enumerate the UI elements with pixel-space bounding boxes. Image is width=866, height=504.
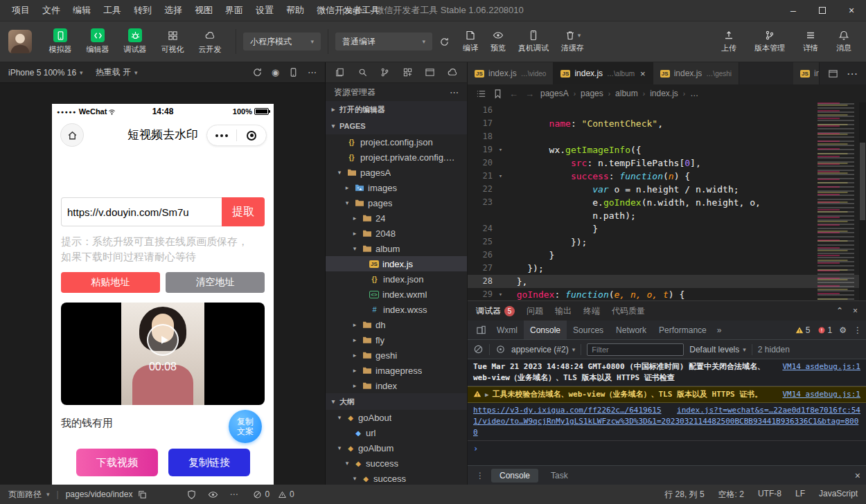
video-url-input[interactable]: https://v.douyin.com/Sm7u (61, 197, 222, 226)
error-count[interactable]: 1 (818, 325, 833, 335)
toolbar-editor-button[interactable]: 编辑器 (79, 28, 116, 55)
cloud-sync-icon[interactable] (448, 67, 458, 78)
toolbar-preview-button[interactable]: 预览 (484, 30, 512, 53)
more-icon[interactable]: ⋯ (847, 67, 858, 80)
panel-tab[interactable]: 代码质量 (612, 305, 645, 317)
toolbar-compile-button[interactable]: 编译 (457, 30, 484, 53)
breadcrumb-item[interactable]: index.js (650, 89, 678, 98)
outline-item[interactable]: ▾◆goAlbum (326, 440, 467, 456)
device-toolbar-icon[interactable] (472, 325, 491, 335)
console-source-link[interactable]: VM14 asdebug.js:1 (782, 361, 860, 372)
paste-address-button[interactable]: 粘贴地址 (61, 272, 160, 293)
tree-item[interactable]: <>index.wxml (326, 287, 467, 302)
close-button[interactable]: × (837, 0, 866, 21)
tree-item[interactable]: ▾pagesA (326, 165, 467, 180)
eol[interactable]: LF (795, 489, 805, 501)
play-button[interactable] (147, 324, 179, 356)
tree-item[interactable]: ▾album (326, 241, 467, 256)
capsule-more-button[interactable] (207, 134, 236, 137)
tree-item[interactable]: ▸fly (326, 332, 467, 348)
project-section[interactable]: ▾ PAGES (326, 118, 467, 134)
cursor-position[interactable]: 行 28, 列 5 (664, 489, 704, 501)
scrollbar-thumb[interactable] (860, 143, 865, 220)
close-icon[interactable]: × (853, 306, 858, 316)
hot-reload-toggle[interactable]: 热重载 开▾ (96, 66, 138, 78)
menu-item[interactable]: 帮助 (280, 0, 310, 21)
editor-tab[interactable]: JSindex.js…\video (468, 62, 554, 84)
fold-icon[interactable]: ▾ (495, 143, 506, 156)
maximize-button[interactable] (808, 0, 837, 21)
split-editor-icon[interactable] (828, 69, 838, 79)
tree-item[interactable]: ▸geshi (326, 348, 467, 363)
tree-item[interactable]: ▸index (326, 378, 467, 393)
panel-tab[interactable]: 调试器5 (476, 305, 515, 317)
toolbar-details-button[interactable]: 详情 (797, 30, 824, 53)
more-icon[interactable]: ⋯ (308, 67, 317, 78)
panel-tab[interactable]: 输出 (555, 305, 572, 317)
back-icon[interactable]: ← (509, 89, 518, 99)
hidden-messages-label[interactable]: 2 hidden (758, 345, 790, 354)
console-filter-input[interactable] (587, 343, 684, 356)
tree-item[interactable]: ▸24 (326, 210, 467, 226)
outline-section[interactable]: ▾ 大纲 (326, 393, 467, 410)
language-mode[interactable]: JavaScript (819, 489, 858, 501)
copy-caption-button[interactable]: 复制 文案 (229, 410, 262, 443)
tree-item[interactable]: #index.wxss (326, 302, 467, 317)
console-prompt[interactable]: › (468, 441, 866, 457)
panel-tab[interactable]: 问题 (527, 305, 543, 317)
minimize-button[interactable]: – (779, 0, 808, 21)
eye-icon[interactable] (208, 489, 218, 500)
video-player[interactable]: 00:08 (61, 303, 265, 405)
tree-item[interactable]: ▸2048 (326, 226, 467, 241)
extract-button[interactable]: 提取 (222, 197, 265, 226)
search-icon[interactable] (357, 67, 368, 78)
home-button[interactable] (60, 123, 84, 147)
mode-select[interactable]: 小程序模式▾ (243, 33, 321, 51)
context-select[interactable]: appservice (#2)▾ (511, 345, 575, 354)
toolbar-simulator-button[interactable]: 模拟器 (42, 28, 79, 55)
clear-address-button[interactable]: 清空地址 (166, 272, 265, 293)
forward-icon[interactable]: → (525, 89, 534, 99)
settings-gear-icon[interactable]: ⚙ (839, 325, 847, 335)
problem-counts[interactable]: 0 0 (253, 489, 294, 499)
console-source-link[interactable]: VM14 asdebug.js:1 (782, 389, 860, 400)
device-select[interactable]: iPhone 5 100% 16▾ (8, 68, 83, 78)
error-counter[interactable]: 0 (253, 489, 269, 499)
tree-item[interactable]: ▾pages (326, 195, 467, 210)
clear-console-icon[interactable] (473, 344, 484, 354)
more-tabs-icon[interactable]: » (713, 325, 726, 335)
rotate-device-icon[interactable] (288, 67, 299, 78)
fold-icon[interactable]: ▾ (495, 170, 506, 183)
preview-window-icon[interactable] (425, 67, 435, 78)
editor-tab[interactable]: JSindex.js…\geshi (653, 62, 739, 84)
menu-item[interactable]: 界面 (219, 0, 249, 21)
expand-icon[interactable]: ▶ (485, 391, 488, 398)
devtools-tab[interactable]: Console (524, 321, 567, 339)
encoding[interactable]: UTF-8 (758, 489, 781, 501)
tree-item[interactable]: {}project.private.config.… (326, 150, 467, 165)
page-path-control[interactable]: 页面路径 ▾ | pages/video/index (8, 489, 148, 501)
editor-scrollbar[interactable] (859, 102, 866, 300)
bookmark-icon[interactable] (493, 89, 503, 99)
menu-item[interactable]: 设置 (249, 0, 280, 21)
shield-icon[interactable] (186, 489, 197, 500)
files-icon[interactable] (335, 67, 345, 78)
toolbar-device-debug-button[interactable]: 真机调试 (512, 30, 555, 53)
panel-tab[interactable]: 终端 (583, 305, 600, 317)
refresh-compile-icon[interactable] (439, 37, 450, 47)
console-drawer-tab[interactable]: Task (542, 469, 576, 483)
breadcrumb-item[interactable]: … (690, 89, 698, 98)
list-icon[interactable] (476, 89, 486, 99)
close-icon[interactable]: × (855, 470, 860, 481)
outline-item[interactable]: ◆url (326, 425, 467, 440)
breadcrumb-item[interactable]: pagesA (540, 89, 569, 98)
breadcrumb-item[interactable]: pages (581, 89, 603, 98)
collapse-icon[interactable]: ⌃ (836, 306, 843, 316)
user-avatar[interactable] (8, 30, 32, 53)
editor-tab[interactable]: JSindex.js…\album× (554, 62, 653, 84)
tree-item[interactable]: ▸imagepress (326, 363, 467, 378)
indentation[interactable]: 空格: 2 (718, 489, 744, 501)
warning-counter[interactable]: 0 (278, 489, 294, 499)
menu-item[interactable]: 转到 (127, 0, 158, 21)
restart-icon[interactable] (252, 67, 263, 78)
